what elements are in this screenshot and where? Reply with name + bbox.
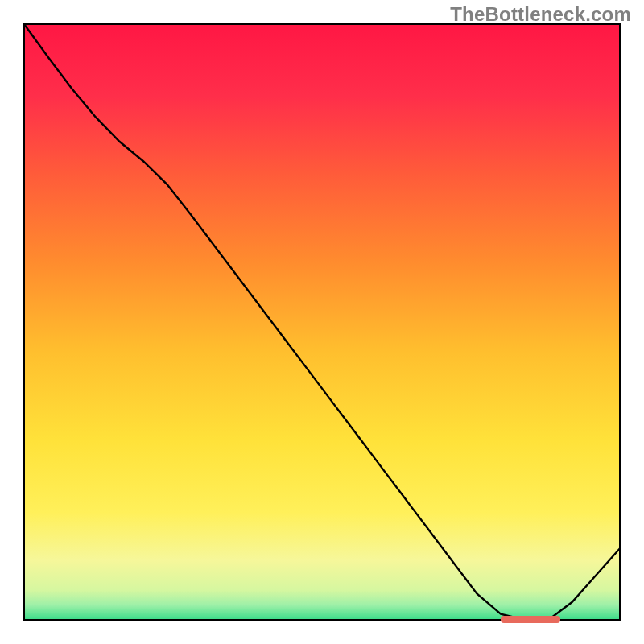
plot-background bbox=[24, 24, 620, 620]
chart-container: TheBottleneck.com bbox=[0, 0, 644, 644]
optimum-marker bbox=[501, 616, 560, 623]
watermark-text: TheBottleneck.com bbox=[450, 3, 631, 26]
bottleneck-chart bbox=[0, 0, 644, 644]
